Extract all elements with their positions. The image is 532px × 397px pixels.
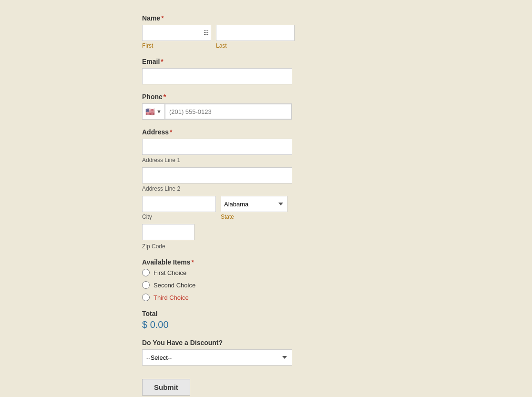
first-label: First [142,42,211,49]
last-label: Last [216,42,295,49]
email-field-group: Email* [142,58,438,84]
address-label: Address* [142,128,438,136]
radio-first-label: First Choice [153,269,186,276]
zip-label: Zip Code [142,243,165,250]
radio-first-choice[interactable]: First Choice [142,269,438,276]
submit-wrapper: Submit [142,374,438,396]
address-line1-label: Address Line 1 [142,157,438,163]
radio-second-choice[interactable]: Second Choice [142,281,438,289]
email-label: Email* [142,58,438,65]
state-label: State [221,214,287,220]
name-last-input[interactable] [216,25,295,41]
us-flag-icon: 🇺🇸 [145,107,155,116]
phone-required: * [164,93,166,101]
state-select[interactable]: Alabama Alaska Arizona Arkansas Californ… [221,196,287,212]
items-required: * [191,258,194,266]
city-input[interactable] [142,196,216,212]
form-container: Name* ☷ First Last Email* [142,10,438,396]
address-required: * [170,128,172,136]
name-required: * [161,14,164,22]
discount-field-group: Do You Have a Discount? --Select-- Yes N… [142,339,438,366]
name-row: ☷ First Last [142,25,438,49]
radio-third-choice[interactable]: Third Choice [142,294,438,301]
phone-label: Phone* [142,93,438,101]
name-last-wrapper: Last [216,25,295,49]
name-first-input[interactable] [142,25,211,41]
address-line2-input[interactable] [142,167,292,183]
email-input[interactable] [142,68,292,84]
submit-button[interactable]: Submit [142,379,190,396]
name-icon: ☷ [204,30,209,36]
name-field-group: Name* ☷ First Last [142,14,438,49]
city-label: City [142,214,216,220]
phone-input[interactable] [165,104,292,119]
address-line1-input[interactable] [142,139,292,155]
zip-input[interactable] [142,224,194,240]
radio-group: First Choice Second Choice Third Choice [142,269,438,301]
address-line2-label: Address Line 2 [142,185,438,192]
available-items-label: Available Items* [142,258,438,266]
email-required: * [161,58,163,65]
phone-row: 🇺🇸 ▼ [142,103,292,120]
phone-country-selector[interactable]: 🇺🇸 ▼ [143,104,165,119]
discount-label: Do You Have a Discount? [142,339,438,346]
radio-second-label: Second Choice [153,282,195,289]
available-items-field-group: Available Items* First Choice Second Cho… [142,258,438,301]
state-wrapper: Alabama Alaska Arizona Arkansas Californ… [221,196,287,220]
page-wrapper: Name* ☷ First Last Email* [0,0,532,397]
city-wrapper: City [142,196,216,220]
discount-select[interactable]: --Select-- Yes No [142,349,292,366]
phone-dropdown-arrow: ▼ [156,109,162,114]
radio-third-label: Third Choice [153,294,189,301]
radio-third-input[interactable] [142,294,150,301]
address-field-group: Address* Address Line 1 Address Line 2 C… [142,128,438,250]
total-label: Total [142,310,438,317]
total-section: Total $ 0.00 [142,310,438,330]
name-label: Name* [142,14,438,22]
name-first-input-wrapper: ☷ [142,25,211,41]
zip-wrapper: Zip Code [142,224,438,250]
phone-field-group: Phone* 🇺🇸 ▼ [142,93,438,120]
radio-first-input[interactable] [142,269,150,276]
name-first-wrapper: ☷ First [142,25,211,49]
radio-second-input[interactable] [142,281,150,289]
discount-select-wrapper: --Select-- Yes No [142,349,292,366]
total-amount: $ 0.00 [142,319,438,330]
